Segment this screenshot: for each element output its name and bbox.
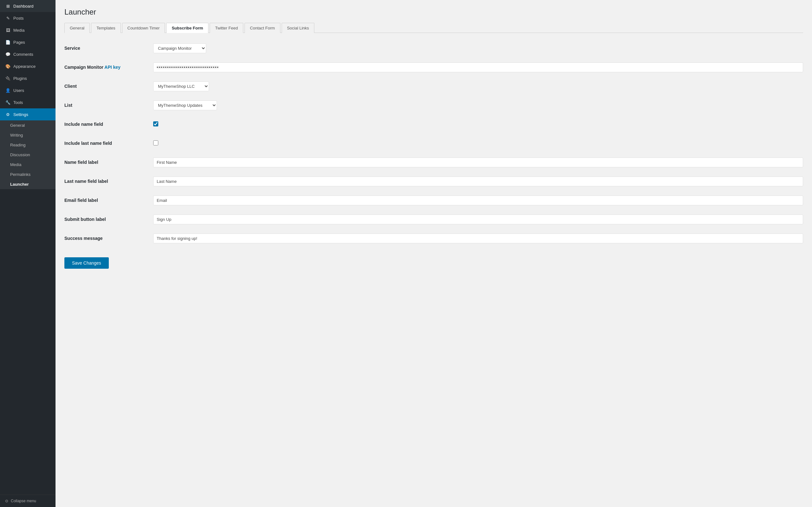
tools-icon: 🔧	[5, 100, 11, 105]
collapse-menu-label: Collapse menu	[11, 499, 36, 503]
main-content: Launcher GeneralTemplatesCountdown Timer…	[55, 0, 812, 507]
tab-twitter-feed[interactable]: Twitter Feed	[210, 23, 243, 33]
sidebar-item-label: Pages	[13, 40, 25, 45]
sidebar-item-label: Appearance	[13, 64, 36, 69]
sidebar-item-label: Dashboard	[13, 4, 34, 9]
posts-icon: ✎	[5, 15, 11, 21]
list-control: MyThemeShop Updates	[153, 101, 803, 110]
appearance-icon: 🎨	[5, 63, 11, 69]
submit-button-label-input[interactable]	[153, 215, 803, 224]
api-key-label: Campaign Monitor API key	[64, 65, 153, 70]
include-last-name-row: Include last name field	[64, 137, 803, 150]
tab-general[interactable]: General	[64, 23, 90, 33]
submenu-item-discussion[interactable]: Discussion	[0, 150, 55, 160]
last-name-field-label-input[interactable]	[153, 176, 803, 186]
email-field-label-row: Email field label	[64, 194, 803, 207]
submenu-item-reading[interactable]: Reading	[0, 140, 55, 150]
tab-contact-form[interactable]: Contact Form	[245, 23, 281, 33]
submenu-item-writing[interactable]: Writing	[0, 130, 55, 140]
subscribe-form-content: Service Campaign MonitorMailChimpAWeberG…	[64, 42, 803, 269]
submit-button-label-control	[153, 215, 803, 224]
api-key-link[interactable]: API key	[104, 65, 120, 70]
sidebar-item-settings[interactable]: ⚙ Settings	[0, 108, 55, 120]
pages-icon: 📄	[5, 39, 11, 45]
users-icon: 👤	[5, 88, 11, 93]
include-name-label: Include name field	[64, 122, 153, 127]
sidebar-item-tools[interactable]: 🔧 Tools	[0, 96, 55, 108]
sidebar-navigation: ⊞ Dashboard ✎ Posts 🖼 Media 📄 Pages 💬 Co…	[0, 0, 55, 120]
last-name-field-label-control	[153, 176, 803, 186]
include-last-name-label: Include last name field	[64, 141, 153, 146]
sidebar-item-label: Posts	[13, 16, 24, 20]
sidebar-item-posts[interactable]: ✎ Posts	[0, 12, 55, 24]
plugins-icon: 🔌	[5, 75, 11, 81]
save-row: Save Changes	[64, 252, 803, 269]
email-field-label-control	[153, 195, 803, 205]
sidebar-item-label: Media	[13, 28, 24, 33]
include-last-name-checkbox[interactable]	[153, 140, 158, 146]
service-select[interactable]: Campaign MonitorMailChimpAWeberGetRespon…	[153, 43, 206, 53]
list-select[interactable]: MyThemeShop Updates	[153, 101, 217, 110]
success-message-input[interactable]	[153, 233, 803, 243]
sidebar-item-users[interactable]: 👤 Users	[0, 84, 55, 96]
sidebar-item-label: Plugins	[13, 76, 27, 81]
service-label: Service	[64, 46, 153, 51]
collapse-menu-button[interactable]: ⊙ Collapse menu	[0, 495, 55, 507]
submenu-item-media[interactable]: Media	[0, 160, 55, 170]
page-title: Launcher	[64, 8, 803, 16]
client-row: Client MyThemeShop LLC	[64, 80, 803, 93]
last-name-field-label-row: Last name field label	[64, 175, 803, 187]
tab-templates[interactable]: Templates	[91, 23, 120, 33]
media-icon: 🖼	[5, 27, 11, 33]
service-row: Service Campaign MonitorMailChimpAWeberG…	[64, 42, 803, 55]
last-name-field-label-label: Last name field label	[64, 179, 153, 184]
client-select[interactable]: MyThemeShop LLC	[153, 81, 209, 91]
collapse-icon: ⊙	[5, 499, 8, 503]
settings-submenu: GeneralWritingReadingDiscussionMediaPerm…	[0, 120, 55, 189]
include-last-name-control	[153, 140, 803, 147]
sidebar-item-appearance[interactable]: 🎨 Appearance	[0, 60, 55, 72]
sidebar-item-comments[interactable]: 💬 Comments	[0, 48, 55, 60]
tab-subscribe-form[interactable]: Subscribe Form	[166, 23, 208, 33]
service-control: Campaign MonitorMailChimpAWeberGetRespon…	[153, 43, 803, 53]
settings-icon: ⚙	[5, 112, 11, 117]
sidebar-item-dashboard[interactable]: ⊞ Dashboard	[0, 0, 55, 12]
success-message-row: Success message	[64, 232, 803, 245]
sidebar-item-label: Settings	[13, 112, 28, 117]
tab-social-links[interactable]: Social Links	[282, 23, 314, 33]
sidebar-item-media[interactable]: 🖼 Media	[0, 24, 55, 36]
list-label: List	[64, 103, 153, 108]
submit-button-label-row: Submit button label	[64, 213, 803, 226]
name-field-label-input[interactable]	[153, 158, 803, 167]
tab-countdown-timer[interactable]: Countdown Timer	[122, 23, 165, 33]
client-control: MyThemeShop LLC	[153, 81, 803, 91]
name-field-label-label: Name field label	[64, 160, 153, 165]
name-field-label-row: Name field label	[64, 156, 803, 169]
comments-icon: 💬	[5, 51, 11, 57]
include-name-control	[153, 121, 803, 127]
include-name-row: Include name field	[64, 118, 803, 130]
submenu-item-permalinks[interactable]: Permalinks	[0, 170, 55, 179]
sidebar: ⊞ Dashboard ✎ Posts 🖼 Media 📄 Pages 💬 Co…	[0, 0, 55, 507]
tab-bar: GeneralTemplatesCountdown TimerSubscribe…	[64, 23, 803, 33]
save-button[interactable]: Save Changes	[64, 257, 109, 269]
success-message-control	[153, 233, 803, 243]
sidebar-item-plugins[interactable]: 🔌 Plugins	[0, 72, 55, 84]
sidebar-item-pages[interactable]: 📄 Pages	[0, 36, 55, 48]
sidebar-item-label: Comments	[13, 52, 33, 57]
api-key-row: Campaign Monitor API key	[64, 61, 803, 73]
submenu-item-general[interactable]: General	[0, 120, 55, 130]
api-key-input[interactable]	[153, 62, 803, 72]
email-field-label-input[interactable]	[153, 195, 803, 205]
sidebar-item-label: Users	[13, 88, 24, 93]
api-key-control	[153, 62, 803, 72]
dashboard-icon: ⊞	[5, 3, 11, 9]
submenu-item-launcher[interactable]: Launcher	[0, 179, 55, 189]
sidebar-item-label: Tools	[13, 100, 23, 105]
include-name-checkbox[interactable]	[153, 121, 158, 126]
name-field-label-control	[153, 158, 803, 167]
list-row: List MyThemeShop Updates	[64, 99, 803, 112]
success-message-label: Success message	[64, 236, 153, 241]
submit-button-label-label: Submit button label	[64, 217, 153, 222]
email-field-label-label: Email field label	[64, 198, 153, 203]
